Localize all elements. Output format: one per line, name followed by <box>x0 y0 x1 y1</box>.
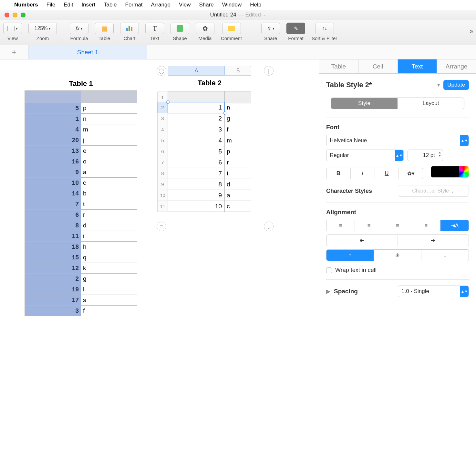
menu-format[interactable]: Format <box>125 2 143 8</box>
inspector-tab-table[interactable]: Table <box>319 59 358 73</box>
cell[interactable]: 3 <box>25 306 81 316</box>
table-row[interactable]: 3f <box>25 306 137 316</box>
cell[interactable]: 20 <box>25 135 81 146</box>
cell[interactable]: 13 <box>25 146 81 156</box>
toolbar-table[interactable]: ▦ Table <box>95 23 114 41</box>
cell[interactable]: 3 <box>168 124 225 135</box>
table-row[interactable]: 21n <box>157 102 251 113</box>
cell[interactable] <box>225 91 251 103</box>
menu-file[interactable]: File <box>47 2 55 8</box>
table-row[interactable]: 13e <box>25 146 137 156</box>
row-header[interactable]: 10 <box>157 190 168 201</box>
menu-edit[interactable]: Edit <box>64 2 73 8</box>
table-row[interactable]: 15q <box>25 252 137 263</box>
bold-button[interactable]: B <box>326 168 351 179</box>
cell[interactable]: 7 <box>25 199 81 210</box>
cell[interactable]: 15 <box>25 252 81 263</box>
menu-help[interactable]: Help <box>250 2 261 8</box>
cell[interactable]: c <box>81 178 137 188</box>
selection-handle[interactable] <box>223 111 226 115</box>
cell[interactable]: 4 <box>168 135 225 146</box>
row-header[interactable]: 9 <box>157 179 168 190</box>
row-header[interactable]: 11 <box>157 201 168 212</box>
cell[interactable]: r <box>225 157 251 168</box>
cell[interactable]: d <box>81 220 137 231</box>
cell[interactable]: k <box>81 263 137 274</box>
table-row[interactable]: 19l <box>25 284 137 295</box>
window-zoom-button[interactable] <box>21 13 26 17</box>
table-add-column-handle[interactable]: ‖ <box>264 66 274 76</box>
align-auto-button[interactable]: ⇥A <box>440 220 469 231</box>
row-header[interactable]: 4 <box>157 124 168 135</box>
menu-table[interactable]: Table <box>104 2 117 8</box>
cell[interactable]: d <box>225 179 251 190</box>
cell[interactable]: f <box>225 124 251 135</box>
cell[interactable]: 2 <box>25 274 81 284</box>
cell[interactable]: t <box>81 199 137 210</box>
indent-increase-button[interactable]: ⇥ <box>398 235 469 246</box>
column-header-a[interactable]: A <box>168 66 225 76</box>
toolbar-share[interactable]: ⇪▾ Share <box>261 23 280 41</box>
valign-top-button[interactable]: ↑ <box>326 250 374 261</box>
table-row[interactable]: 5p <box>25 103 137 114</box>
inspector-tab-arrange[interactable]: Arrange <box>437 59 476 73</box>
cell[interactable]: j <box>81 135 137 146</box>
cell[interactable]: 12 <box>25 263 81 274</box>
toolbar-shape[interactable]: Shape <box>171 23 189 41</box>
cell[interactable]: f <box>81 306 137 316</box>
table-row[interactable]: 43f <box>157 124 251 135</box>
cell[interactable]: 17 <box>25 295 81 306</box>
cell[interactable]: g <box>81 274 137 284</box>
cell[interactable]: 2 <box>168 113 225 124</box>
cell[interactable]: a <box>225 190 251 201</box>
align-right-button[interactable]: ≡ <box>383 220 412 231</box>
table-row[interactable]: 109a <box>157 190 251 201</box>
menu-arrange[interactable]: Arrange <box>151 2 170 8</box>
cell[interactable]: 9 <box>168 190 225 201</box>
table-row[interactable]: 1 <box>157 91 251 102</box>
cell[interactable]: p <box>225 146 251 157</box>
cell[interactable]: m <box>81 124 137 135</box>
table-row[interactable]: 54m <box>157 135 251 146</box>
table-row[interactable]: 1110c <box>157 201 251 212</box>
cell[interactable]: 10 <box>25 178 81 188</box>
align-center-button[interactable]: ≡ <box>355 220 383 231</box>
cell[interactable]: 7 <box>168 168 225 179</box>
table-row[interactable]: 1n <box>25 114 137 124</box>
cell[interactable]: 8 <box>25 220 81 231</box>
line-spacing-select[interactable]: 1.0 - Single ▲▼ <box>398 286 469 297</box>
table-row[interactable]: 76r <box>157 157 251 168</box>
cell[interactable]: e <box>81 146 137 156</box>
style-layout-segmented[interactable]: Style Layout <box>331 98 464 109</box>
font-weight-select[interactable]: Regular ▲▼ <box>326 150 404 161</box>
table-row[interactable]: 12k <box>25 263 137 274</box>
table-add-row-handle[interactable]: = <box>157 222 166 231</box>
table-row[interactable]: 87t <box>157 168 251 179</box>
cell[interactable]: h <box>81 242 137 252</box>
toolbar-zoom[interactable]: 125%▾ Zoom <box>28 23 57 41</box>
table-row[interactable]: 14b <box>25 188 137 199</box>
disclosure-triangle-icon[interactable]: ▶ <box>326 288 331 295</box>
color-wheel-icon[interactable] <box>459 166 469 177</box>
cell[interactable]: r <box>81 210 137 220</box>
sheet-tab-active[interactable]: Sheet 1 <box>28 45 147 59</box>
toolbar-formula[interactable]: fx▾ Formula <box>70 23 88 41</box>
table-row[interactable]: 98d <box>157 179 251 190</box>
add-sheet-button[interactable]: + <box>0 45 28 59</box>
table-row[interactable]: 9a <box>25 167 137 178</box>
table-row[interactable]: 7t <box>25 199 137 210</box>
text-color-swatch[interactable] <box>431 166 469 178</box>
table-1[interactable]: Table 1 5p1n4m20j13e16o9a10c14b7t6r8d11i… <box>25 79 137 316</box>
spreadsheet-canvas[interactable]: Table 1 5p1n4m20j13e16o9a10c14b7t6r8d11i… <box>0 59 319 449</box>
cell[interactable] <box>168 91 225 103</box>
toolbar-chart[interactable]: Chart <box>120 23 139 41</box>
font-size-field[interactable]: 12 pt ▲▼ <box>408 150 443 161</box>
inspector-tab-text[interactable]: Text <box>398 59 437 73</box>
row-header[interactable]: 7 <box>157 157 168 168</box>
table-row[interactable]: 20j <box>25 135 137 146</box>
stepper-icon[interactable]: ▲▼ <box>438 151 441 157</box>
table-row[interactable]: 17s <box>25 295 137 306</box>
selection-handle[interactable] <box>166 100 170 104</box>
toolbar-comment[interactable]: Comment <box>221 23 242 41</box>
cell[interactable]: s <box>81 295 137 306</box>
